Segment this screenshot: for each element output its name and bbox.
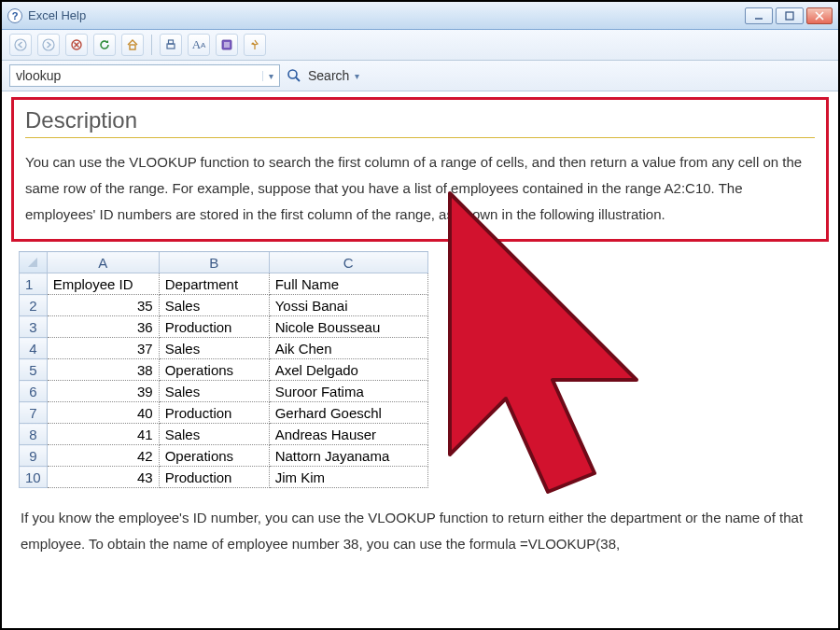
table-row: 5 38 Operations Axel Delgado xyxy=(20,359,428,381)
cell[interactable]: Suroor Fatima xyxy=(269,381,427,402)
cell[interactable]: Yossi Banai xyxy=(269,295,427,316)
cell[interactable]: Department xyxy=(159,273,269,295)
nav-toolbar: AA xyxy=(2,30,838,61)
row-header[interactable]: 10 xyxy=(20,467,48,488)
help-content: Description You can use the VLOOKUP func… xyxy=(2,91,838,567)
back-button[interactable] xyxy=(9,34,32,56)
window-controls xyxy=(745,7,833,24)
row-header[interactable]: 2 xyxy=(20,295,48,316)
cell[interactable]: 43 xyxy=(47,467,159,488)
table-row: 8 41 Sales Andreas Hauser xyxy=(20,424,428,445)
cell[interactable]: 35 xyxy=(47,295,159,316)
search-button-label[interactable]: Search xyxy=(308,68,349,83)
home-button[interactable] xyxy=(121,34,144,56)
column-header-c[interactable]: C xyxy=(269,252,427,273)
svg-rect-9 xyxy=(130,45,135,49)
cell[interactable]: Nicole Bousseau xyxy=(269,316,427,338)
svg-point-16 xyxy=(288,70,297,78)
font-size-button[interactable]: AA xyxy=(188,34,210,56)
cell[interactable]: Sales xyxy=(159,295,269,316)
svg-line-17 xyxy=(296,77,300,81)
table-row: 6 39 Sales Suroor Fatima xyxy=(20,381,428,402)
table-row: 7 40 Production Gerhard Goeschl xyxy=(20,402,428,424)
search-dropdown-icon[interactable]: ▾ xyxy=(262,71,279,81)
row-header[interactable]: 1 xyxy=(20,273,48,295)
print-button[interactable] xyxy=(160,34,182,56)
maximize-button[interactable] xyxy=(776,7,804,24)
toc-button[interactable] xyxy=(216,34,238,56)
description-section: Description You can use the VLOOKUP func… xyxy=(11,97,829,242)
cell[interactable]: Full Name xyxy=(269,273,427,295)
svg-rect-1 xyxy=(786,12,793,20)
table-row: 10 43 Production Jim Kim xyxy=(20,467,428,488)
minimize-button[interactable] xyxy=(745,7,773,24)
select-all-corner[interactable] xyxy=(20,252,48,273)
example-spreadsheet: A B C 1 Employee ID Department Full Name… xyxy=(19,251,428,488)
cell[interactable]: Sales xyxy=(159,381,269,402)
search-menu-chevron-icon[interactable]: ▾ xyxy=(355,71,359,81)
cell[interactable]: Sales xyxy=(159,424,269,445)
svg-rect-11 xyxy=(169,40,174,44)
table-row: 3 36 Production Nicole Bousseau xyxy=(20,316,428,338)
cell[interactable]: Axel Delgado xyxy=(269,359,427,381)
cell[interactable]: 38 xyxy=(47,359,159,381)
row-header[interactable]: 5 xyxy=(20,359,48,381)
cell[interactable]: Jim Kim xyxy=(269,467,427,488)
toolbar-separator xyxy=(151,35,152,55)
window-titlebar: ? Excel Help xyxy=(2,2,838,30)
table-row: 1 Employee ID Department Full Name xyxy=(20,273,428,295)
cell[interactable]: Nattorn Jayanama xyxy=(269,445,427,467)
row-header[interactable]: 4 xyxy=(20,338,48,359)
followup-text: If you know the employee's ID number, yo… xyxy=(11,505,829,557)
help-app-icon: ? xyxy=(7,8,22,23)
cell[interactable]: Andreas Hauser xyxy=(269,424,427,445)
description-body: You can use the VLOOKUP function to sear… xyxy=(25,149,815,228)
table-row: 9 42 Operations Nattorn Jayanama xyxy=(20,445,428,467)
cell[interactable]: 39 xyxy=(47,381,159,402)
description-heading: Description xyxy=(25,107,815,138)
pin-button[interactable] xyxy=(244,34,266,56)
cell[interactable]: Production xyxy=(159,467,269,488)
column-header-a[interactable]: A xyxy=(47,252,159,273)
cell[interactable]: Aik Chen xyxy=(269,338,427,359)
svg-point-4 xyxy=(15,39,26,50)
svg-point-5 xyxy=(43,39,54,50)
cell[interactable]: Sales xyxy=(159,338,269,359)
cell[interactable]: Employee ID xyxy=(47,273,159,295)
search-toolbar: ▾ Search ▾ xyxy=(2,61,838,91)
window-title: Excel Help xyxy=(28,8,745,22)
table-row: 2 35 Sales Yossi Banai xyxy=(20,295,428,316)
column-header-b[interactable]: B xyxy=(159,252,269,273)
row-header[interactable]: 7 xyxy=(20,402,48,424)
cell[interactable]: Gerhard Goeschl xyxy=(269,402,427,424)
search-icon[interactable] xyxy=(286,67,302,84)
close-button[interactable] xyxy=(806,7,833,24)
cell[interactable]: Production xyxy=(159,402,269,424)
row-header[interactable]: 6 xyxy=(20,381,48,402)
row-header[interactable]: 3 xyxy=(20,316,48,338)
forward-button[interactable] xyxy=(37,34,60,56)
cell[interactable]: 40 xyxy=(47,402,159,424)
cell[interactable]: 37 xyxy=(47,338,159,359)
table-row: 4 37 Sales Aik Chen xyxy=(20,338,428,359)
cell[interactable]: 41 xyxy=(47,424,159,445)
cell[interactable]: 42 xyxy=(47,445,159,467)
row-header[interactable]: 8 xyxy=(20,424,48,445)
svg-rect-10 xyxy=(167,44,175,49)
cell[interactable]: Operations xyxy=(159,359,269,381)
cell[interactable]: Operations xyxy=(159,445,269,467)
stop-button[interactable] xyxy=(65,34,88,56)
refresh-button[interactable] xyxy=(93,34,116,56)
search-input[interactable] xyxy=(10,68,262,83)
row-header[interactable]: 9 xyxy=(20,445,48,467)
cell[interactable]: Production xyxy=(159,316,269,338)
search-field[interactable]: ▾ xyxy=(9,64,280,87)
cell[interactable]: 36 xyxy=(47,316,159,338)
